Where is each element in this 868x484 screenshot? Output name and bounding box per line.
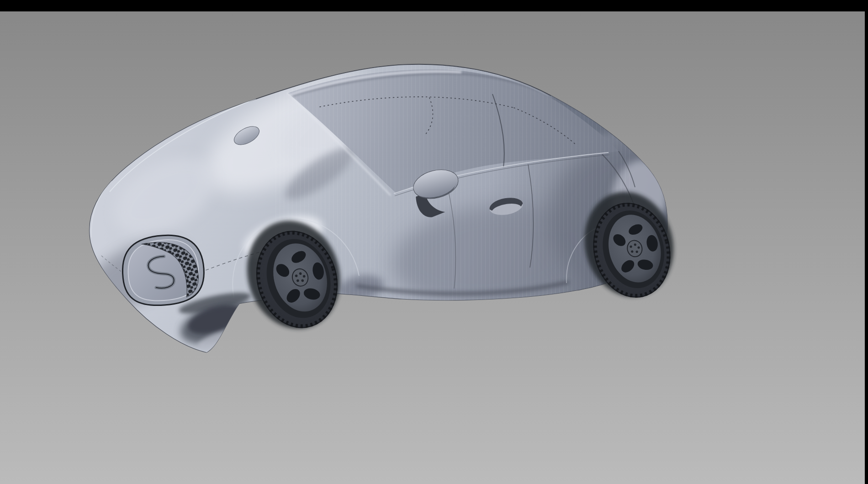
right-letterbox-bar bbox=[865, 0, 868, 484]
viewport-stage bbox=[0, 0, 868, 484]
top-letterbox-bar bbox=[0, 0, 868, 11]
concept-car bbox=[76, 53, 694, 354]
car-render-viewport[interactable] bbox=[0, 0, 868, 484]
